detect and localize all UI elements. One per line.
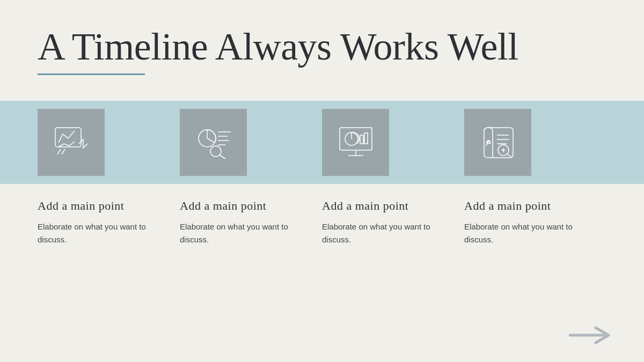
svg-rect-16 [364,133,368,144]
timeline-column-4 [464,109,606,176]
elaborate-3: Elaborate on what you want to discuss. [322,220,453,246]
content-column-2: Add a main point Elaborate on what you w… [180,199,322,246]
elaborate-1: Elaborate on what you want to discuss. [38,220,169,246]
elaborate-2: Elaborate on what you want to discuss. [180,220,311,246]
main-point-2: Add a main point [180,199,311,213]
slide: A Timeline Always Works Well [0,0,644,362]
svg-rect-15 [360,135,363,144]
content-column-1: Add a main point Elaborate on what you w… [38,199,180,246]
content-column-3: Add a main point Elaborate on what you w… [322,199,464,246]
icon-box-2 [180,109,247,176]
title-underline [38,73,145,75]
pie-analysis-icon [194,123,233,162]
svg-line-24 [507,154,512,158]
svg-line-2 [62,149,65,154]
monitor-chart-icon [336,123,375,162]
svg-rect-0 [55,128,81,147]
document-search-icon [479,123,517,162]
svg-rect-12 [340,128,372,150]
svg-line-1 [57,149,61,154]
icon-box-1 [38,109,105,176]
svg-line-5 [207,138,215,143]
arrow-section[interactable] [569,326,612,347]
slide-title: A Timeline Always Works Well [38,26,606,68]
elaborate-4: Elaborate on what you want to discuss. [464,220,596,246]
content-column-4: Add a main point Elaborate on what you w… [464,199,606,246]
timeline-band [0,101,644,184]
next-arrow-icon[interactable] [569,326,612,345]
icon-box-4 [464,109,531,176]
main-point-1: Add a main point [38,199,169,213]
main-point-4: Add a main point [464,199,596,213]
timeline-column-2 [180,109,322,176]
icon-box-3 [322,109,389,176]
svg-line-11 [219,155,225,159]
timeline-column-1 [38,109,180,176]
main-point-3: Add a main point [322,199,453,213]
content-section: Add a main point Elaborate on what you w… [0,184,644,246]
title-section: A Timeline Always Works Well [0,0,644,75]
chart-growth-icon [52,123,91,162]
timeline-column-3 [322,109,464,176]
